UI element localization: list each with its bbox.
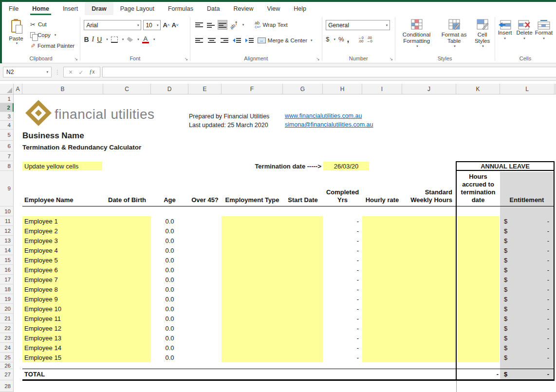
hours-accrued-cell[interactable]: [457, 343, 499, 353]
employment-type-cell[interactable]: [222, 265, 323, 275]
delete-cells-button[interactable]: Delete: [515, 20, 534, 40]
row-header-26[interactable]: 26: [0, 362, 14, 369]
completed-yrs-cell[interactable]: -: [323, 226, 362, 236]
entitlement-cell[interactable]: $-: [500, 353, 554, 362]
row-header-15[interactable]: 15: [0, 255, 14, 265]
hours-accrued-cell[interactable]: [457, 304, 499, 314]
hours-accrued-cell[interactable]: [457, 236, 499, 245]
rate-and-hours-cell[interactable]: [362, 265, 456, 275]
employee-name-cell[interactable]: Employee 5: [22, 255, 151, 265]
align-right-button[interactable]: [220, 36, 229, 45]
paste-dropdown-icon[interactable]: [16, 41, 18, 45]
currency-dropdown-icon[interactable]: [334, 37, 335, 41]
total-hours-cell[interactable]: -: [457, 369, 499, 379]
cut-button[interactable]: Cut: [30, 19, 74, 30]
rate-and-hours-cell[interactable]: [362, 314, 456, 323]
decrease-decimal-button[interactable]: .00 →0: [367, 36, 372, 43]
employment-type-cell[interactable]: [222, 216, 323, 226]
column-header-f[interactable]: F: [222, 84, 283, 94]
employment-type-cell[interactable]: [222, 343, 323, 353]
employee-name-cell[interactable]: Employee 12: [22, 323, 151, 333]
employment-type-cell[interactable]: [222, 333, 323, 343]
name-box[interactable]: N2: [3, 67, 52, 77]
alignment-dialog-launcher-icon[interactable]: [316, 56, 320, 61]
employee-name-cell[interactable]: Employee 7: [22, 275, 151, 284]
rate-and-hours-cell[interactable]: [362, 216, 456, 226]
entitlement-cell[interactable]: $-: [500, 226, 554, 236]
completed-yrs-cell[interactable]: -: [323, 284, 362, 294]
column-header-k[interactable]: K: [456, 84, 500, 94]
conditional-formatting-button[interactable]: Conditional Formatting: [397, 19, 436, 48]
employment-type-cell[interactable]: [222, 294, 323, 304]
hours-accrued-cell[interactable]: [457, 265, 499, 275]
hours-accrued-cell[interactable]: [457, 226, 499, 236]
fill-color-button[interactable]: [127, 37, 133, 42]
completed-yrs-cell[interactable]: -: [323, 333, 362, 343]
entitlement-cell[interactable]: $-: [500, 323, 554, 333]
rate-and-hours-cell[interactable]: [362, 245, 456, 255]
borders-dropdown-icon[interactable]: [122, 37, 124, 41]
completed-yrs-cell[interactable]: -: [323, 245, 362, 255]
row-header-24[interactable]: 24: [0, 343, 14, 353]
row-header-7[interactable]: 7: [0, 151, 14, 161]
age-cell[interactable]: 0.0: [151, 236, 188, 245]
font-name-select[interactable]: Arial: [84, 20, 141, 30]
insert-function-icon[interactable]: ƒx: [89, 68, 94, 75]
entitlement-cell[interactable]: $-: [500, 314, 554, 323]
delete-dropdown-icon[interactable]: [523, 37, 525, 40]
tab-home[interactable]: Home: [25, 2, 56, 15]
employee-name-cell[interactable]: Employee 6: [22, 265, 151, 275]
employment-type-cell[interactable]: [222, 304, 323, 314]
column-header-l[interactable]: L: [500, 84, 555, 94]
font-color-dropdown-icon[interactable]: [153, 37, 155, 41]
entitlement-cell[interactable]: $-: [500, 284, 554, 294]
completed-yrs-cell[interactable]: -: [323, 265, 362, 275]
insert-cells-button[interactable]: Insert: [496, 20, 514, 40]
copy-button[interactable]: Copy: [30, 30, 74, 40]
employment-type-cell[interactable]: [222, 275, 323, 284]
column-header-e[interactable]: E: [188, 84, 222, 94]
age-cell[interactable]: 0.0: [151, 333, 188, 343]
row-header-11[interactable]: 11: [0, 216, 14, 226]
entitlement-cell[interactable]: $-: [500, 255, 554, 265]
cell-styles-button[interactable]: Cell Styles: [471, 19, 494, 48]
age-cell[interactable]: 0.0: [151, 353, 188, 362]
confirm-entry-icon[interactable]: [78, 68, 83, 76]
row-header-2[interactable]: 2: [0, 103, 14, 112]
wrap-text-button[interactable]: Wrap Text: [255, 21, 287, 29]
entitlement-cell[interactable]: $-: [500, 294, 554, 304]
align-left-button[interactable]: [194, 36, 204, 45]
employee-name-cell[interactable]: Employee 8: [22, 284, 151, 294]
row-header-10[interactable]: 10: [0, 206, 14, 216]
row-header-23[interactable]: 23: [0, 333, 14, 343]
copy-dropdown-icon[interactable]: [55, 33, 56, 37]
age-cell[interactable]: 0.0: [151, 323, 188, 333]
employment-type-cell[interactable]: [222, 236, 323, 245]
email-link[interactable]: simona@financialutilities.com.au: [285, 121, 373, 128]
employment-type-cell[interactable]: [222, 323, 323, 333]
employment-type-cell[interactable]: [222, 353, 323, 362]
row-header-14[interactable]: 14: [0, 245, 14, 255]
column-header-h[interactable]: H: [323, 84, 362, 94]
employment-type-cell[interactable]: [222, 226, 323, 236]
format-as-table-button[interactable]: Format as Table: [438, 19, 470, 48]
number-format-select[interactable]: General: [326, 20, 390, 30]
entitlement-cell[interactable]: $-: [500, 216, 554, 226]
rate-and-hours-cell[interactable]: [362, 304, 456, 314]
format-painter-button[interactable]: Format Painter: [30, 40, 74, 51]
completed-yrs-cell[interactable]: -: [323, 314, 362, 323]
update-note-cell[interactable]: Update yellow cells: [22, 162, 102, 170]
tab-file[interactable]: File: [2, 2, 25, 15]
row-header-16[interactable]: 16: [0, 265, 14, 275]
row-header-18[interactable]: 18: [0, 284, 14, 294]
format-cells-button[interactable]: Format: [535, 20, 553, 40]
bold-button[interactable]: B: [84, 36, 89, 43]
decrease-font-button[interactable]: A˅: [171, 21, 178, 29]
row-header-19[interactable]: 19: [0, 294, 14, 304]
row-header-13[interactable]: 13: [0, 236, 14, 245]
merge-center-dropdown-icon[interactable]: [311, 38, 313, 42]
currency-format-button[interactable]: $: [326, 36, 329, 43]
hours-accrued-cell[interactable]: [457, 245, 499, 255]
employee-name-cell[interactable]: Employee 13: [22, 333, 151, 343]
paste-button[interactable]: Paste: [5, 19, 27, 56]
